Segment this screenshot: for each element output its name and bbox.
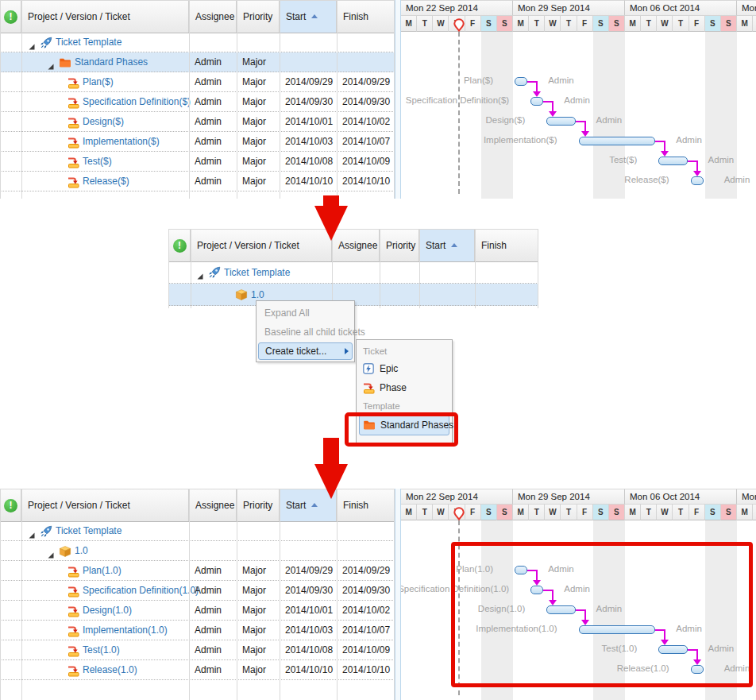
priority-cell: Major: [242, 581, 279, 601]
rocket-icon: [40, 37, 52, 49]
gantt-day-header: S: [721, 16, 737, 32]
menu-item-create-ticket[interactable]: Create ticket...: [258, 342, 353, 360]
column-header-finish[interactable]: Finish: [475, 230, 538, 261]
weekend-shading: [705, 32, 737, 199]
table-row[interactable]: Plan($)AdminMajor2014/09/292014/09/29: [0, 72, 395, 92]
gantt-day-header: T: [753, 505, 756, 520]
gantt-assignee-label: Admin: [676, 135, 702, 145]
assignee-cell: Admin: [195, 52, 236, 72]
gantt-task-label: Plan($): [464, 75, 493, 85]
table-row[interactable]: Test(1.0)AdminMajor2014/10/082014/10/09: [0, 640, 395, 660]
table-row[interactable]: Ticket Template: [0, 521, 395, 541]
gantt-week-header: Mon: [737, 489, 756, 505]
submenu-item-epic[interactable]: Epic: [359, 360, 449, 379]
finish-cell: 2014/10/09: [342, 640, 394, 660]
gantt-bar[interactable]: [546, 117, 575, 126]
gantt-bar[interactable]: [530, 97, 543, 106]
column-header-pvt[interactable]: Project / Version / Ticket: [21, 1, 189, 33]
table-row[interactable]: Test($)AdminMajor2014/10/082014/10/09: [0, 152, 395, 172]
gantt-day-header: T: [529, 16, 545, 32]
table-row[interactable]: Design(1.0)AdminMajor2014/10/012014/10/0…: [0, 601, 395, 621]
gantt-day-header: T: [641, 505, 657, 520]
assignee-cell: Admin: [195, 640, 236, 660]
table-row[interactable]: Release(1.0)AdminMajor2014/10/102014/10/…: [0, 660, 395, 680]
table-row[interactable]: Specification Definition(1.0)AdminMajor2…: [0, 581, 395, 601]
column-header-start[interactable]: Start: [280, 1, 337, 33]
tree-expander-icon[interactable]: [197, 269, 203, 275]
finish-cell: 2014/10/02: [342, 112, 394, 132]
table-row[interactable]: Implementation($)AdminMajor2014/10/03201…: [0, 132, 395, 152]
column-header-status[interactable]: !: [0, 1, 21, 33]
tree-expander-icon[interactable]: [29, 528, 35, 534]
submenu-item-phase[interactable]: Phase: [359, 379, 449, 398]
ticket-label: Specification Definition(1.0): [83, 581, 199, 601]
table-row[interactable]: Design($)AdminMajor2014/10/012014/10/02: [0, 112, 395, 132]
finish-cell: 2014/09/30: [342, 92, 394, 112]
table-row[interactable]: Ticket Template: [168, 261, 538, 284]
gantt-day-header: M: [625, 505, 641, 520]
gantt-day-header: F: [465, 505, 481, 520]
tree-expander-icon[interactable]: [29, 39, 35, 45]
table-gantt-splitter[interactable]: [395, 489, 401, 700]
gantt-bar[interactable]: [579, 137, 656, 145]
column-header-pvt[interactable]: Project / Version / Ticket: [191, 230, 332, 261]
submenu-arrow-icon: [345, 348, 349, 354]
column-header-label: Project / Version / Ticket: [21, 489, 130, 521]
gantt-day-header: T: [561, 16, 577, 32]
gantt-day-header: T: [417, 16, 433, 32]
column-header-label: Assignee: [189, 1, 234, 33]
column-header-priority[interactable]: Priority: [237, 1, 280, 33]
ticket-label: Ticket Template: [56, 33, 122, 52]
app: !Project / Version / TicketAssigneePrior…: [0, 0, 756, 700]
column-header-finish[interactable]: Finish: [337, 1, 395, 33]
column-header-pvt[interactable]: Project / Version / Ticket: [21, 489, 189, 521]
table-row[interactable]: Ticket Template: [0, 33, 395, 52]
priority-cell: Major: [242, 112, 279, 132]
dependency-connector: [696, 160, 698, 172]
gantt-day-header: T: [673, 16, 688, 32]
phase-icon: [67, 585, 79, 598]
gantt-day-header: F: [689, 16, 705, 32]
column-header-status[interactable]: !: [168, 230, 191, 261]
table-row[interactable]: Plan(1.0)AdminMajor2014/09/292014/09/29: [0, 561, 395, 581]
phase-icon: [67, 644, 79, 657]
gantt-bar[interactable]: [658, 157, 687, 165]
table-row[interactable]: Standard PhasesAdminMajor: [0, 52, 395, 72]
column-border: [337, 0, 338, 199]
gantt-day-header: S: [705, 505, 721, 520]
column-header-assignee[interactable]: Assignee: [189, 1, 237, 33]
table-row[interactable]: Specification Definition($)AdminMajor201…: [0, 92, 395, 112]
column-header-status[interactable]: !: [0, 489, 21, 521]
tree-expander-icon[interactable]: [48, 547, 54, 554]
top-gantt: Plan($)AdminSpecification Definition($)A…: [401, 0, 756, 199]
context-menu: Expand AllBaseline all child ticketsCrea…: [256, 300, 355, 362]
ticket-label: 1.0: [75, 541, 88, 561]
flow-arrow-1-head: [314, 206, 348, 241]
assignee-cell: Admin: [195, 561, 236, 581]
menu-item-expand-all[interactable]: Expand All: [258, 304, 359, 323]
table-row[interactable]: Release($)AdminMajor2014/10/102014/10/10: [0, 172, 395, 191]
column-header-priority[interactable]: Priority: [237, 489, 280, 521]
column-header-label: Priority: [237, 489, 272, 521]
column-header-assignee[interactable]: Assignee: [189, 489, 237, 521]
column-header-label: Finish: [475, 230, 507, 261]
column-header-priority[interactable]: Priority: [380, 230, 419, 261]
menu-item-baseline-all-child-tickets[interactable]: Baseline all child tickets: [258, 323, 359, 342]
table-gantt-splitter[interactable]: [395, 0, 401, 199]
table-row[interactable]: Implementation(1.0)AdminMajor2014/10/032…: [0, 621, 395, 640]
gantt-bar[interactable]: [515, 77, 527, 86]
column-header-start[interactable]: Start: [419, 230, 475, 261]
ticket-label: Standard Phases: [75, 52, 148, 72]
gantt-bar[interactable]: [691, 176, 704, 185]
column-header-label: Assignee: [189, 489, 234, 521]
column-border: [189, 0, 190, 199]
column-header-label: Start: [280, 1, 306, 33]
status-ok-icon: !: [4, 10, 17, 24]
gantt-week-header: Mon 29 Sep 2014: [513, 489, 625, 505]
column-border: [21, 0, 22, 199]
phase-icon: [67, 136, 79, 149]
gantt-day-header: T: [673, 505, 688, 520]
tree-expander-icon[interactable]: [48, 59, 54, 65]
table-row[interactable]: 1.0: [0, 541, 395, 561]
gantt-task-label: Test($): [609, 155, 637, 164]
